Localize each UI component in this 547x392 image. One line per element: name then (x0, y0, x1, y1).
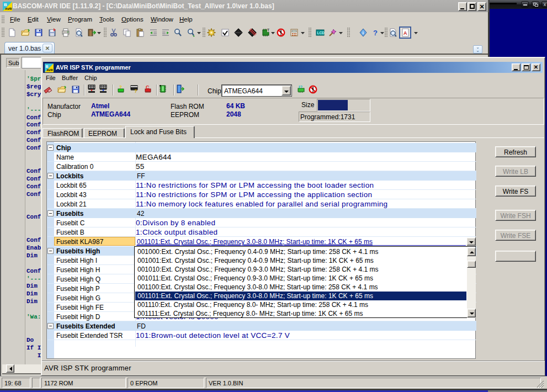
svg-text:?: ? (134, 88, 137, 93)
svg-text:AVR: AVR (5, 7, 12, 10)
svg-text:T: T (267, 28, 270, 32)
svg-text:A: A (403, 30, 407, 36)
svg-text:I?: I? (299, 84, 302, 89)
svg-text:AVR: AVR (47, 68, 53, 72)
svg-text:B: B (46, 65, 49, 68)
svg-text:?: ? (373, 29, 378, 37)
svg-text:C: C (146, 84, 150, 90)
svg-text:B: B (4, 2, 7, 7)
svg-text:LCD: LCD (317, 31, 325, 35)
